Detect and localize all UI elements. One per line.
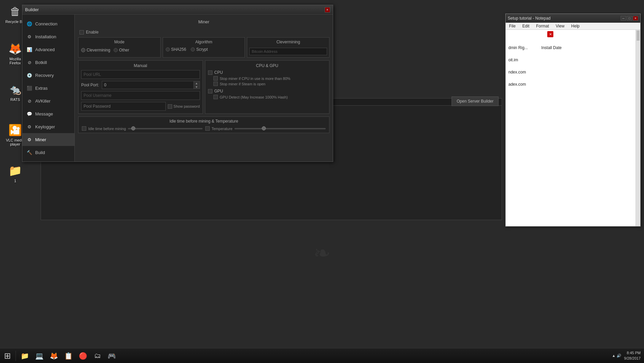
taskbar-item-cmd[interactable]: 💻 <box>32 350 46 362</box>
notepad-controls: ─ □ ✕ <box>621 16 638 21</box>
port-spin-down[interactable]: ▼ <box>194 85 200 89</box>
other-radio[interactable] <box>114 48 118 52</box>
notepad-menu-file[interactable]: File <box>506 23 519 29</box>
builder-title: Builder <box>25 7 39 12</box>
mode-clevermining-option[interactable]: Clevermining <box>81 48 110 52</box>
sidebar-item-installation[interactable]: ⚙ Installation <box>22 30 74 43</box>
stop-steam-checkbox[interactable] <box>213 82 218 86</box>
mode-other-option[interactable]: Other <box>114 48 129 52</box>
taskbar-item-firefox[interactable]: 🦊 <box>47 350 61 362</box>
algo-radio-group: SHA256 Scrypt <box>165 46 243 52</box>
notepad-menu-format[interactable]: Format <box>533 23 552 29</box>
taskbar-tray: ▲ 🔊 8:45 PM 9/28/2017 <box>608 350 644 361</box>
tray-icons: ▲ 🔊 <box>612 354 621 358</box>
notepad-menu-view[interactable]: View <box>552 23 568 29</box>
pool-url-input[interactable] <box>81 70 200 79</box>
recovery-icon: 💿 <box>26 72 32 78</box>
notepad-scrollbar[interactable] <box>636 30 640 226</box>
sidebar-item-build[interactable]: 🔨 Build <box>22 146 74 159</box>
notepad-overlay-close-button[interactable]: ✕ <box>547 31 553 37</box>
sha256-radio[interactable] <box>166 47 170 51</box>
pool-port-label: Pool Port: <box>81 83 99 87</box>
port-spin-up[interactable]: ▲ <box>194 81 200 85</box>
cpu-checkbox[interactable] <box>208 70 212 75</box>
cpu-header: CPU <box>208 70 327 75</box>
temperature-checkbox[interactable] <box>205 126 210 131</box>
idle-section: Idle time before mining & Temperature Id… <box>78 116 329 133</box>
sidebar-item-message-label: Message <box>35 111 53 116</box>
notepad-titlebar: Setup tutorial - Notepad ─ □ ✕ <box>506 14 640 23</box>
sidebar-item-advanced[interactable]: 📊 Advanced <box>22 43 74 56</box>
taskbar-item-game[interactable]: 🎮 <box>105 350 119 362</box>
miner-main-content: Miner Enable Mode Clevermining <box>75 15 333 162</box>
clevermining-radio[interactable] <box>81 48 85 52</box>
taskbar-items: 📁 💻 🦊 📋 🔴 🗂 🎮 <box>17 350 608 362</box>
idle-time-checkbox[interactable] <box>82 126 86 131</box>
sidebar-item-message[interactable]: 💬 Message <box>22 107 74 120</box>
builder-body: 🌐 Connection ⚙ Installation 📊 Advanced ⊘… <box>22 15 333 162</box>
notepad-line-9: adex.com <box>508 81 632 87</box>
gpu-detect-label: GPU Detect (May Increase 1000% Hash) <box>220 95 288 99</box>
notepad-title: Setup tutorial - Notepad <box>508 16 551 21</box>
port-spin-buttons: ▲ ▼ <box>194 81 200 89</box>
rats-icon: 🐀 <box>8 83 22 96</box>
cpu-section: CPU Stop miner if CPU in use is more tha… <box>208 70 327 86</box>
game-icon: 🎮 <box>108 352 116 360</box>
mode-panel: Mode Clevermining Other <box>78 37 161 58</box>
stop-cpu-checkbox[interactable] <box>213 76 218 81</box>
extras-icon: ⬛ <box>26 85 32 91</box>
taskbar-item-notepad[interactable]: 📋 <box>62 350 75 362</box>
sidebar-item-keylogger[interactable]: ⚙ Keylogger <box>22 120 74 133</box>
taskbar-item-files[interactable]: 🗂 <box>91 350 104 362</box>
sha256-option[interactable]: SHA256 <box>166 47 186 52</box>
notepad-col-admin: dmin Rig... <box>508 45 528 51</box>
idle-slider-thumb[interactable] <box>131 126 135 130</box>
temperature-slider-thumb[interactable] <box>262 126 266 130</box>
show-password-checkbox[interactable] <box>168 104 172 109</box>
open-server-builder-button[interactable]: Open Server Builder <box>452 97 499 106</box>
notepad-menu-help[interactable]: Help <box>568 23 583 29</box>
scrypt-radio[interactable] <box>191 47 195 51</box>
clevermining-header: Clevermining <box>249 40 327 44</box>
cpu-label: CPU <box>214 70 223 75</box>
sidebar-item-installation-label: Installation <box>35 34 56 39</box>
notepad-maximize-button[interactable]: □ <box>627 16 632 21</box>
bitcoin-address-input[interactable] <box>249 48 327 55</box>
pool-password-input[interactable] <box>81 102 166 111</box>
notepad-menu-edit[interactable]: Edit <box>519 23 533 29</box>
taskbar: ⊞ 📁 💻 🦊 📋 🔴 🗂 🎮 <box>0 348 644 363</box>
notepad-close-button[interactable]: ✕ <box>633 16 638 21</box>
sidebar-item-botkill[interactable]: ⊘ Botkill <box>22 56 74 69</box>
builder-close-button[interactable]: ✕ <box>325 7 330 13</box>
pool-username-input[interactable] <box>81 91 200 100</box>
message-icon: 💬 <box>26 111 32 117</box>
idle-left: Idle time before mining <box>82 126 203 131</box>
clock-time: 8:45 PM <box>624 350 641 356</box>
build-icon: 🔨 <box>26 149 32 155</box>
pool-port-input[interactable] <box>102 81 194 89</box>
notepad-line-2 <box>508 39 632 45</box>
notepad-line-6 <box>508 63 632 69</box>
enable-checkbox[interactable] <box>79 30 84 35</box>
windows-logo-icon: ⊞ <box>4 351 11 361</box>
sidebar-item-extras[interactable]: ⬛ Extras <box>22 82 74 94</box>
sidebar-item-recovery[interactable]: 💿 Recovery <box>22 69 74 82</box>
sidebar-item-recovery-label: Recovery <box>35 73 54 78</box>
gpu-detect-checkbox[interactable] <box>213 95 218 99</box>
notepad-content[interactable]: dmin Rig... Install Date oit.im ndex.com… <box>506 30 640 226</box>
notepad-minimize-button[interactable]: ─ <box>621 16 626 21</box>
manual-cpu-gpu-row: Manual Pool Port: ▲ ▼ <box>78 60 329 114</box>
scrypt-option[interactable]: Scrypt <box>191 47 208 52</box>
notepad-line-3: dmin Rig... Install Date <box>508 45 632 51</box>
gpu-checkbox[interactable] <box>208 89 212 93</box>
sidebar-item-connection[interactable]: 🌐 Connection <box>22 17 74 30</box>
sidebar-item-avkiller[interactable]: ⊘ AVKiller <box>22 94 74 107</box>
scrypt-label: Scrypt <box>196 47 208 52</box>
taskbar-start-button[interactable]: ⊞ <box>0 348 15 363</box>
notepad-scroll-thumb[interactable] <box>637 30 640 41</box>
sidebar-item-miner[interactable]: ⚙ Miner <box>22 133 74 146</box>
taskbar-item-explorer[interactable]: 📁 <box>18 350 32 362</box>
desktop-icon-folder[interactable]: 📁 1 <box>3 163 27 184</box>
gpu-section: GPU GPU Detect (May Increase 1000% Hash) <box>208 89 327 99</box>
taskbar-item-record[interactable]: 🔴 <box>76 350 90 362</box>
